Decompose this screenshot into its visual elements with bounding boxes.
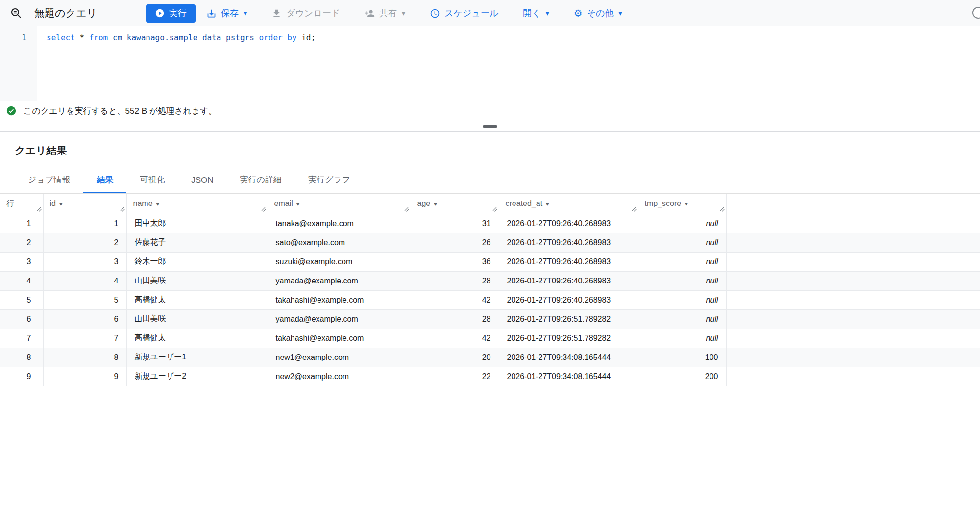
cell-created_at: 2026-01-27T09:26:40.268983 (499, 252, 638, 271)
sql-token-keyword: order by (259, 33, 297, 42)
splitter-drag-handle[interactable] (483, 125, 497, 128)
cell-tmp_score: null (638, 329, 726, 348)
cell-id: 3 (43, 252, 126, 271)
cell-created_at: 2026-01-27T09:26:51.789282 (499, 309, 638, 329)
column-resize-icon[interactable] (719, 206, 725, 212)
table-row: 55高橋健太takahashi@example.com422026-01-27T… (0, 290, 980, 309)
chevron-down-icon: ▾ (618, 10, 622, 17)
cell-filler (726, 271, 980, 290)
header-filler (726, 194, 980, 214)
column-header-created_at[interactable]: created_at▾ (499, 194, 638, 214)
line-number: 1 (22, 33, 26, 42)
tab-execution-graph[interactable]: 実行グラフ (295, 167, 364, 193)
cell-row: 3 (0, 252, 43, 271)
save-button-label: 保存 (221, 7, 239, 19)
cell-name: 山田美咲 (126, 271, 268, 290)
schedule-button[interactable]: スケジュール (428, 4, 500, 22)
chevron-down-icon: ▾ (402, 10, 405, 17)
cell-age: 28 (411, 309, 499, 329)
cell-created_at: 2026-01-27T09:26:40.268983 (499, 214, 638, 233)
cell-email: new2@example.com (268, 367, 411, 386)
column-resize-icon[interactable] (261, 206, 266, 212)
table-row: 33鈴木一郎suzuki@example.com362026-01-27T09:… (0, 252, 980, 271)
cell-tmp_score: null (638, 271, 726, 290)
cell-row: 5 (0, 290, 43, 309)
sort-dropdown-icon[interactable]: ▾ (59, 200, 63, 207)
cell-id: 2 (43, 233, 126, 252)
cell-name: 佐藤花子 (126, 233, 268, 252)
cell-filler (726, 214, 980, 233)
query-toolbar: 無題のクエリ 実行 保存 ▾ ダウンロード 共有 ▾ スケジュール 開く ▾ (0, 0, 980, 26)
cell-filler (726, 309, 980, 329)
tab-execution-details[interactable]: 実行の詳細 (227, 167, 295, 193)
more-button-label: その他 (587, 7, 614, 19)
sql-token-plain (108, 33, 113, 42)
person-add-icon (365, 8, 375, 19)
cell-email: new1@example.com (268, 348, 411, 367)
cell-name: 高橋健太 (126, 329, 268, 348)
column-header-id[interactable]: id▾ (43, 194, 126, 214)
column-label: age (417, 199, 431, 208)
sql-editor[interactable]: 1 select * from cm_kawanago.sample_data_… (0, 26, 980, 101)
cell-name: 山田美咲 (126, 309, 268, 329)
column-header-tmp_score[interactable]: tmp_score▾ (638, 194, 726, 214)
cell-filler (726, 233, 980, 252)
column-resize-icon[interactable] (120, 206, 125, 212)
download-button-label: ダウンロード (286, 7, 340, 19)
sql-line[interactable]: select * from cm_kawanago.sample_data_ps… (47, 33, 980, 42)
column-label: 行 (6, 199, 14, 209)
cell-id: 4 (43, 271, 126, 290)
tab-json[interactable]: JSON (178, 169, 226, 193)
cell-created_at: 2026-01-27T09:34:08.165444 (499, 348, 638, 367)
table-row: 66山田美咲yamada@example.com282026-01-27T09:… (0, 309, 980, 329)
sql-token-plain (254, 33, 259, 42)
cell-filler (726, 329, 980, 348)
cell-name: 新規ユーザー2 (126, 367, 268, 386)
cell-age: 26 (411, 233, 499, 252)
results-table-container: 行id▾name▾email▾age▾created_at▾tmp_score▾… (0, 194, 980, 386)
cell-age: 36 (411, 252, 499, 271)
column-resize-icon[interactable] (631, 206, 637, 212)
code-area[interactable]: select * from cm_kawanago.sample_data_ps… (37, 26, 980, 101)
column-resize-icon[interactable] (492, 206, 497, 212)
share-button: 共有 ▾ (363, 4, 407, 22)
column-header-email[interactable]: email▾ (268, 194, 411, 214)
cell-age: 42 (411, 290, 499, 309)
table-row: 77高橋健太takahashi@example.com422026-01-27T… (0, 329, 980, 348)
sort-dropdown-icon[interactable]: ▾ (296, 200, 300, 207)
cell-created_at: 2026-01-27T09:26:40.268983 (499, 233, 638, 252)
open-button-label: 開く (523, 7, 540, 19)
save-button[interactable]: 保存 ▾ (204, 4, 249, 22)
sql-token-keyword: from (89, 33, 108, 42)
open-button[interactable]: 開く ▾ (521, 4, 551, 22)
sort-dropdown-icon[interactable]: ▾ (685, 200, 688, 207)
run-button[interactable]: 実行 (146, 4, 196, 23)
cell-tmp_score: null (638, 252, 726, 271)
cell-created_at: 2026-01-27T09:26:40.268983 (499, 271, 638, 290)
column-resize-icon[interactable] (36, 206, 42, 212)
cell-created_at: 2026-01-27T09:26:40.268983 (499, 290, 638, 309)
column-header-age[interactable]: age▾ (411, 194, 499, 214)
toolbar-edge-icon (972, 7, 980, 19)
tab-results[interactable]: 結果 (83, 167, 126, 193)
cell-tmp_score: 100 (638, 348, 726, 367)
clock-icon (430, 8, 440, 19)
sort-dropdown-icon[interactable]: ▾ (434, 200, 437, 207)
sort-dropdown-icon[interactable]: ▾ (546, 200, 549, 207)
results-heading: クエリ結果 (0, 132, 980, 167)
tab-visualization[interactable]: 可視化 (126, 167, 178, 193)
cell-age: 42 (411, 329, 499, 348)
cell-id: 1 (43, 214, 126, 233)
cell-id: 5 (43, 290, 126, 309)
query-editor-icon (10, 7, 23, 20)
query-validation-bar: このクエリを実行すると、552 B が処理されます。 (0, 101, 980, 121)
sort-dropdown-icon[interactable]: ▾ (156, 200, 160, 207)
column-header-name[interactable]: name▾ (126, 194, 268, 214)
column-resize-icon[interactable] (404, 206, 409, 212)
download-icon (271, 8, 282, 19)
schedule-button-label: スケジュール (444, 7, 498, 19)
tab-job-info[interactable]: ジョブ情報 (15, 167, 83, 193)
cell-tmp_score: null (638, 233, 726, 252)
cell-name: 新規ユーザー1 (126, 348, 268, 367)
more-button[interactable]: ⚙ その他 ▾ (572, 4, 624, 22)
